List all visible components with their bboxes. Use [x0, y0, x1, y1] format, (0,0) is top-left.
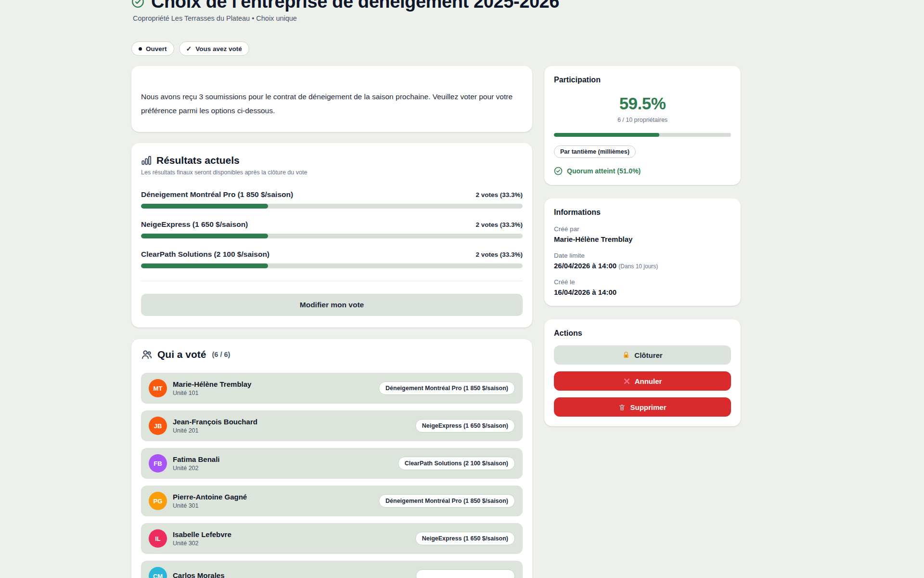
modify-vote-button[interactable]: Modifier mon vote: [141, 294, 523, 316]
voter-choice-badge: [416, 569, 515, 578]
voters-title: Qui a voté: [157, 349, 206, 360]
lock-icon: [622, 351, 630, 359]
page-title: Choix de l'entreprise de déneigement 202…: [151, 0, 559, 11]
avatar: MT: [149, 379, 167, 397]
status-dot-icon: [139, 47, 142, 51]
voter-choice-badge: NeigeExpress (1 650 $/saison): [415, 419, 515, 433]
voters-count: (6 / 6): [212, 351, 231, 358]
info-label: Créé le: [554, 278, 731, 286]
avatar: CM: [149, 567, 167, 578]
voter-row: JBJean-François BouchardUnité 201NeigeEx…: [141, 410, 523, 441]
avatar: PG: [149, 492, 167, 510]
result-option: Déneigement Montréal Pro (1 850 $/saison…: [141, 190, 523, 209]
option-progress-fill: [141, 234, 268, 238]
info-group: Date limite26/04/2026 à 14:00 (Dans 10 j…: [554, 252, 731, 270]
option-progressbar: [141, 204, 523, 209]
avatar: FB: [149, 454, 167, 473]
voter-unit: Unité 201: [173, 427, 257, 434]
results-options: Déneigement Montréal Pro (1 850 $/saison…: [141, 190, 523, 268]
results-title: Résultats actuels: [156, 155, 240, 166]
voter-unit: Unité 101: [173, 390, 251, 396]
option-votes: 2 votes (33.3%): [475, 251, 523, 258]
status-badges: Ouvert ✓ Vous avez voté: [131, 41, 741, 56]
description-text: Nous avons reçu 3 soumissions pour le co…: [141, 90, 523, 118]
cancel-vote-button[interactable]: Annuler: [554, 371, 731, 391]
voter-name: Isabelle Lefebvre: [173, 530, 231, 539]
participation-progressbar: [554, 133, 731, 137]
vote-mode-badge: Par tantième (millièmes): [554, 145, 636, 158]
x-icon: [623, 378, 630, 385]
delete-vote-button[interactable]: Supprimer: [554, 397, 731, 417]
participation-percentage: 59.5%: [554, 94, 731, 113]
bar-chart-icon: [141, 155, 152, 166]
informations-card: Informations Créé parMarie-Hélène Trembl…: [544, 198, 741, 306]
voter-name: Pierre-Antoine Gagné: [173, 493, 247, 501]
check-icon: ✓: [186, 45, 192, 53]
description-card: Nous avons reçu 3 soumissions pour le co…: [131, 66, 532, 132]
actions-card: Actions Clôturer: [544, 319, 741, 426]
divider: [141, 281, 523, 281]
voter-row: ILIsabelle LefebvreUnité 302NeigeExpress…: [141, 523, 523, 554]
voters-card: Qui a voté (6 / 6) MTMarie-Hélène Trembl…: [131, 339, 532, 578]
info-group: Créé parMarie-Hélène Tremblay: [554, 225, 731, 243]
voter-row: PGPierre-Antoine GagnéUnité 301Déneigeme…: [141, 486, 523, 516]
voter-choice-badge: Déneigement Montréal Pro (1 850 $/saison…: [379, 494, 515, 508]
avatar: JB: [149, 417, 167, 435]
quorum-status: Quorum atteint (51.0%): [554, 167, 731, 175]
voter-choice-badge: NeigeExpress (1 650 $/saison): [415, 532, 515, 545]
participation-card: Participation 59.5% 6 / 10 propriétaires…: [544, 66, 741, 185]
option-label: Déneigement Montréal Pro (1 850 $/saison…: [141, 190, 293, 199]
participation-title: Participation: [554, 76, 731, 84]
avatar: IL: [149, 529, 167, 548]
results-subtitle: Les résultats finaux seront disponibles …: [141, 169, 523, 176]
voter-unit: Unité 202: [173, 465, 220, 472]
voter-unit: Unité 302: [173, 540, 231, 547]
voter-choice-badge: Déneigement Montréal Pro (1 850 $/saison…: [379, 381, 515, 395]
status-badge-open: Ouvert: [131, 41, 174, 56]
participation-ratio: 6 / 10 propriétaires: [554, 117, 731, 123]
result-option: NeigeExpress (1 650 $/saison)2 votes (33…: [141, 220, 523, 238]
voter-row: FBFatima BenaliUnité 202ClearPath Soluti…: [141, 448, 523, 479]
voted-badge: ✓ Vous avez voté: [179, 41, 249, 56]
check-circle-icon: [131, 0, 144, 8]
page-content: Choix de l'entreprise de déneigement 202…: [131, 0, 741, 578]
info-label: Date limite: [554, 252, 731, 259]
informations-groups: Créé parMarie-Hélène Tremblay Date limit…: [554, 225, 731, 296]
option-votes: 2 votes (33.3%): [475, 191, 523, 198]
result-option: ClearPath Solutions (2 100 $/saison)2 vo…: [141, 250, 523, 268]
users-icon: [141, 349, 153, 360]
voter-unit: Unité 301: [173, 502, 247, 509]
voters-list: MTMarie-Hélène TremblayUnité 101Déneigem…: [141, 373, 523, 578]
results-card: Résultats actuels Les résultats finaux s…: [131, 143, 532, 328]
info-value: 16/04/2026 à 14:00: [554, 288, 731, 296]
participation-progress-fill: [554, 133, 659, 137]
option-progressbar: [141, 263, 523, 268]
option-label: NeigeExpress (1 650 $/saison): [141, 220, 248, 229]
info-note: (Dans 10 jours): [618, 263, 658, 270]
actions-title: Actions: [554, 329, 731, 338]
trash-icon: [618, 404, 626, 411]
info-label: Créé par: [554, 225, 731, 233]
option-progress-fill: [141, 263, 268, 268]
informations-title: Informations: [554, 208, 731, 217]
voter-name: Fatima Benali: [173, 455, 220, 463]
info-group: Créé le16/04/2026 à 14:00: [554, 278, 731, 296]
voter-row: CMCarlos Morales: [141, 561, 523, 578]
info-value: Marie-Hélène Tremblay: [554, 235, 731, 243]
voter-row: MTMarie-Hélène TremblayUnité 101Déneigem…: [141, 373, 523, 404]
voter-name: Marie-Hélène Tremblay: [173, 380, 251, 388]
option-progressbar: [141, 234, 523, 238]
voter-choice-badge: ClearPath Solutions (2 100 $/saison): [398, 457, 515, 470]
info-value: 26/04/2026 à 14:00 (Dans 10 jours): [554, 262, 731, 270]
voter-name: Jean-François Bouchard: [173, 418, 257, 426]
option-label: ClearPath Solutions (2 100 $/saison): [141, 250, 270, 259]
page-subtitle: Copropriété Les Terrasses du Plateau • C…: [133, 14, 741, 22]
quorum-check-circle-icon: [554, 167, 563, 175]
page-header: Choix de l'entreprise de déneigement 202…: [131, 0, 741, 11]
close-vote-button[interactable]: Clôturer: [554, 345, 731, 365]
voter-name: Carlos Morales: [173, 571, 225, 578]
option-votes: 2 votes (33.3%): [475, 221, 523, 228]
option-progress-fill: [141, 204, 268, 209]
